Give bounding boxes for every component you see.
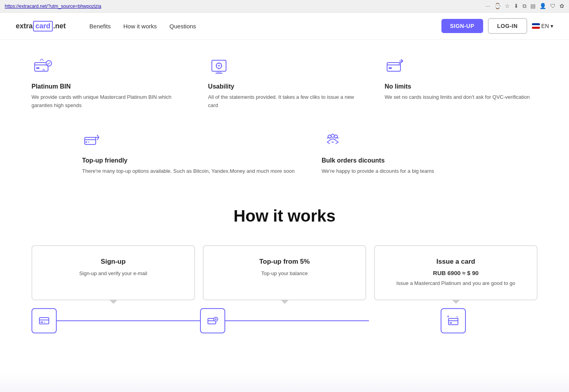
signup-step-icon [38, 314, 50, 327]
bookmarks-icon[interactable]: ⧉ [523, 3, 526, 9]
more-icon[interactable]: ··· [486, 3, 490, 9]
benefits-row2: Top-up friendly There're many top-up opt… [32, 129, 537, 176]
usability-title: Usability [208, 83, 361, 90]
benefit-topup: Top-up friendly There're many top-up opt… [82, 129, 298, 176]
issue-step-icon [447, 314, 460, 327]
login-button[interactable]: LOG-IN [488, 18, 527, 34]
step2-icon-box [200, 308, 225, 333]
no-limits-icon [385, 55, 407, 78]
lang-label: EN [541, 23, 549, 29]
topup-step-icon [206, 314, 219, 327]
step3-title: Issue a card [384, 258, 527, 266]
account-icon[interactable]: 👤 [539, 3, 546, 9]
nav-questions[interactable]: Questions [169, 23, 196, 30]
benefit-bulk: Bulk orders dicounts We're happy to prov… [322, 129, 537, 176]
usability-icon [208, 55, 230, 78]
bulk-icon [322, 129, 344, 152]
how-it-works-section: How it works Sign-up Sign-up and verify … [32, 199, 537, 349]
chevron-down-icon: ▾ [550, 23, 553, 29]
step-topup-card: Top-up from 5% Top-up your balance [203, 245, 366, 300]
benefits-row1: Platinum BIN We provide cards with uniqu… [32, 55, 537, 110]
logo-prefix: extra [16, 22, 33, 30]
usability-desc: All of the statements provided. It takes… [208, 93, 361, 110]
step1-icon-box [32, 308, 57, 333]
svg-rect-19 [449, 318, 458, 325]
svg-rect-20 [450, 322, 452, 324]
browser-url: https://extracard.net/?utm_source=bhwpoz… [5, 4, 101, 9]
step2-icon-wrapper [200, 308, 369, 333]
benefit-no-limits: No limits We set no cards issuing limits… [385, 55, 537, 110]
step1-title: Sign-up [42, 258, 185, 266]
browser-bar: https://extracard.net/?utm_source=bhwpoz… [0, 0, 569, 13]
step2-title: Top-up from 5% [213, 258, 356, 266]
topup-desc: There're many top-up options available. … [82, 167, 298, 176]
platinum-bin-title: Platinum BIN [32, 83, 184, 90]
nav-links: Benefits How it works Questions [89, 23, 196, 30]
svg-rect-15 [41, 322, 43, 323]
step-line-2 [225, 320, 369, 321]
language-selector[interactable]: EN ▾ [532, 23, 553, 29]
step1-desc: Sign-up and verify your e-mail [42, 270, 185, 278]
steps-grid: Sign-up Sign-up and verify your e-mail T… [32, 245, 537, 300]
svg-point-9 [85, 141, 87, 143]
topup-title: Top-up friendly [82, 157, 298, 164]
topup-icon [82, 129, 104, 152]
svg-rect-6 [387, 63, 400, 71]
platinum-bin-desc: We provide cards with unique Mastercard … [32, 93, 184, 110]
svg-rect-14 [39, 318, 49, 324]
step3-subtitle: RUB 6900 ≈ $ 90 [384, 270, 527, 276]
logo[interactable]: extra card .net [16, 21, 66, 31]
svg-rect-2 [36, 67, 39, 69]
step3-arrow [452, 300, 460, 304]
step3-desc: Issue a Mastercard Platinum and you are … [384, 279, 527, 288]
no-limits-desc: We set no cards issuing limits and don't… [385, 93, 537, 102]
benefit-usability: Usability All of the statements provided… [208, 55, 361, 110]
step2-arrow [281, 300, 289, 304]
step2-desc: Top-up your balance [213, 270, 356, 278]
svg-rect-7 [389, 67, 392, 69]
nav-benefits[interactable]: Benefits [89, 23, 111, 30]
main-content: Platinum BIN We provide cards with uniqu… [0, 40, 569, 365]
nav-how-it-works[interactable]: How it works [123, 23, 157, 30]
svg-rect-16 [44, 322, 45, 323]
lang-flag-icon [532, 23, 540, 29]
svg-point-13 [331, 134, 334, 137]
step1-arrow [109, 300, 117, 304]
logo-suffix: .net [53, 22, 66, 30]
browser-icons: ··· ⌚ ☆ ⬇ ⧉ ▤ 👤 🛡 ✿ [486, 3, 564, 9]
steps-icons-row [32, 308, 537, 333]
step-issue-card: Issue a card RUB 6900 ≈ $ 90 Issue a Mas… [374, 245, 537, 300]
extension-icon[interactable]: ✿ [560, 3, 564, 9]
svg-rect-8 [85, 137, 96, 144]
bulk-desc: We're happy to provide a dicounts for a … [322, 167, 537, 176]
bookmark-icon[interactable]: ☆ [505, 3, 510, 9]
signup-button[interactable]: SIGN-UP [441, 19, 483, 33]
platinum-bin-icon [32, 55, 54, 78]
shield-icon[interactable]: 🛡 [550, 3, 556, 9]
bulk-title: Bulk orders dicounts [322, 157, 537, 164]
reader-icon[interactable]: ▤ [530, 3, 536, 9]
download-icon[interactable]: ⬇ [514, 3, 519, 9]
step3-icon-box [441, 308, 466, 333]
history-icon[interactable]: ⌚ [494, 3, 501, 9]
step-line-1 [57, 320, 200, 321]
navbar: extra card .net Benefits How it works Qu… [0, 13, 569, 40]
bottom-fade [0, 373, 569, 392]
how-it-works-title: How it works [32, 207, 537, 226]
step1-icon-wrapper [32, 308, 200, 333]
step3-icon-wrapper [369, 308, 537, 333]
svg-point-10 [88, 141, 89, 143]
logo-box: card [33, 21, 53, 31]
benefit-platinum-bin: Platinum BIN We provide cards with uniqu… [32, 55, 184, 110]
step-signup-card: Sign-up Sign-up and verify your e-mail [32, 245, 195, 300]
nav-actions: SIGN-UP LOG-IN EN ▾ [441, 18, 553, 34]
no-limits-title: No limits [385, 83, 537, 90]
